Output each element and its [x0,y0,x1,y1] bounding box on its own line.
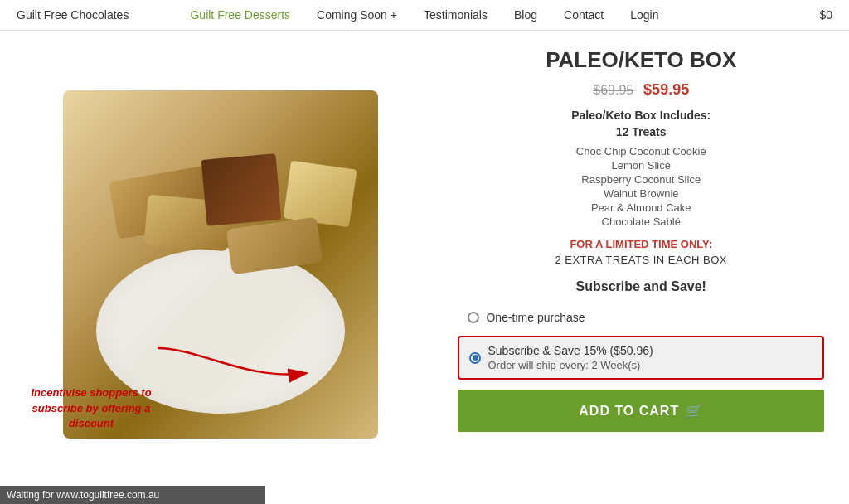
purchase-options: One-time purchase Subscribe & Save 15% (… [458,304,824,380]
price-original: $69.95 [593,83,633,97]
nav-item-blog[interactable]: Blog [514,8,537,22]
cart-icon: 🛒 [686,403,703,419]
option-one-time-label: One-time purchase [486,311,585,324]
add-to-cart-button[interactable]: ADD TO CART 🛒 [458,390,824,432]
treat-list: Choc Chip Coconut Cookie Lemon Slice Ras… [458,145,824,228]
annotation-arrow [149,340,315,406]
option-subscribe-sublabel: Order will ship every: 2 Week(s) [488,359,653,371]
list-item: Lemon Slice [458,159,824,172]
promo-label: FOR A LIMITED TIME ONLY: [458,238,824,250]
nav-item-login[interactable]: Login [630,8,658,22]
nav-item-desserts[interactable]: Guilt Free Desserts [190,8,290,22]
navigation: Guilt Free Chocolates Guilt Free Dessert… [0,0,849,31]
list-item: Chocolate Sablé [458,216,824,228]
price-row: $69.95 $59.95 [458,81,824,99]
food-item-5 [226,216,323,274]
product-title: PALEO/KETO BOX [458,47,824,73]
add-to-cart-label: ADD TO CART [579,404,679,419]
treats-count: 12 Treats [458,125,824,138]
status-bar: Waiting for www.toguiltfree.com.au [0,486,265,504]
option-subscribe[interactable]: Subscribe & Save 15% ($50.96) Order will… [458,336,824,380]
annotation-text: Incentivise shoppers to subscribe by off… [25,385,158,431]
food-item-4 [284,160,357,226]
food-item-3 [201,153,282,226]
subscribe-title: Subscribe and Save! [458,279,824,294]
nav-brand[interactable]: Guilt Free Chocolates [17,8,129,22]
radio-one-time[interactable] [468,312,479,323]
list-item: Choc Chip Coconut Cookie [458,145,824,158]
list-item: Pear & Almond Cake [458,201,824,214]
nav-item-contact[interactable]: Contact [564,8,604,22]
status-text: Waiting for www.toguiltfree.com.au [7,489,159,501]
list-item: Raspberry Coconut Slice [458,173,824,186]
product-details-panel: PALEO/KETO BOX $69.95 $59.95 Paleo/Keto … [441,31,849,497]
price-sale: $59.95 [643,81,689,98]
nav-item-coming-soon[interactable]: Coming Soon + [317,8,397,22]
list-item: Walnut Brownie [458,187,824,200]
main-content: Incentivise shoppers to subscribe by off… [0,31,849,497]
option-subscribe-label: Subscribe & Save 15% ($50.96) [488,344,653,357]
product-image-panel: Incentivise shoppers to subscribe by off… [0,31,441,497]
promo-extra: 2 EXTRA TREATS IN EACH BOX [458,254,824,266]
nav-cart[interactable]: $0 [819,8,832,22]
option-one-time[interactable]: One-time purchase [458,304,824,331]
radio-subscribe[interactable] [469,352,481,364]
includes-title: Paleo/Keto Box Includes: [458,109,824,122]
nav-item-testimonials[interactable]: Testimonials [424,8,488,22]
